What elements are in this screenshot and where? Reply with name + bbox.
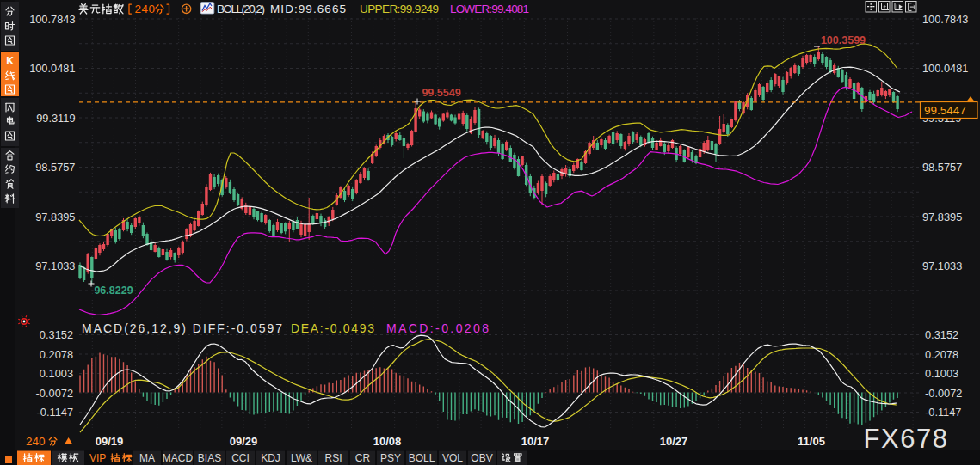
svg-text:11/05: 11/05 <box>798 435 825 448</box>
svg-text:97.8395: 97.8395 <box>35 211 75 223</box>
svg-text:0.2078: 0.2078 <box>40 348 73 361</box>
svg-text:97.1033: 97.1033 <box>922 260 962 272</box>
svg-text:10/27: 10/27 <box>660 435 688 448</box>
svg-text:CCI: CCI <box>231 452 250 464</box>
svg-text:97.8395: 97.8395 <box>922 211 962 223</box>
svg-text:OBV: OBV <box>471 452 492 464</box>
svg-text:99.5549: 99.5549 <box>422 87 460 99</box>
svg-text:-0.0072: -0.0072 <box>925 387 962 400</box>
svg-text:10/08: 10/08 <box>373 435 402 448</box>
svg-text:BOLL(20,2): BOLL(20,2) <box>217 3 265 15</box>
svg-text:10/17: 10/17 <box>521 435 550 448</box>
svg-text:100.7843: 100.7843 <box>922 13 968 26</box>
svg-text:KDJ: KDJ <box>261 452 280 464</box>
svg-text:100.0481: 100.0481 <box>922 62 968 75</box>
svg-text:-0.1147: -0.1147 <box>925 406 961 419</box>
svg-text:K: K <box>6 55 14 67</box>
svg-text:98.5757: 98.5757 <box>35 161 75 174</box>
svg-text:VIP: VIP <box>89 452 106 464</box>
svg-text:96.8229: 96.8229 <box>94 285 133 297</box>
svg-text:09/29: 09/29 <box>230 435 258 448</box>
svg-text:100.3599: 100.3599 <box>821 34 866 46</box>
svg-text:0.2078: 0.2078 <box>925 348 958 361</box>
svg-text:09/19: 09/19 <box>96 435 124 448</box>
svg-text:BIAS: BIAS <box>198 452 221 464</box>
svg-text:0.3152: 0.3152 <box>40 328 73 341</box>
svg-text:0.1003: 0.1003 <box>40 367 73 380</box>
svg-text:0.1003: 0.1003 <box>925 367 958 380</box>
svg-text:240: 240 <box>26 435 46 448</box>
svg-text:BOLL: BOLL <box>409 452 435 464</box>
svg-text:MACD(26,12,9) DIFF:-0.0597: MACD(26,12,9) DIFF:-0.0597 <box>82 321 282 335</box>
svg-text:MA: MA <box>139 452 155 464</box>
svg-text:MACD: MACD <box>163 452 194 464</box>
svg-text:PSY: PSY <box>380 452 401 464</box>
svg-text:DEA:-0.0493: DEA:-0.0493 <box>291 321 374 335</box>
svg-text:99.5447: 99.5447 <box>924 104 966 117</box>
svg-text:RSI: RSI <box>324 452 342 464</box>
svg-text:98.5757: 98.5757 <box>922 161 962 174</box>
svg-text:LW&: LW& <box>291 452 312 464</box>
svg-text:VOL: VOL <box>442 452 463 464</box>
svg-text:99.3119: 99.3119 <box>36 112 75 125</box>
svg-text:UPPER:99.9249: UPPER:99.9249 <box>360 3 439 15</box>
svg-text:LOWER:99.4081: LOWER:99.4081 <box>450 3 529 15</box>
svg-text:-0.0072: -0.0072 <box>36 387 73 400</box>
svg-text:97.1033: 97.1033 <box>35 260 75 272</box>
svg-text:MID:99.6665: MID:99.6665 <box>270 3 346 15</box>
svg-text:100.7843: 100.7843 <box>29 13 75 26</box>
svg-text:240: 240 <box>135 3 156 15</box>
svg-text:CR: CR <box>355 452 371 464</box>
svg-text:FX678: FX678 <box>864 424 949 454</box>
svg-text:-0.1147: -0.1147 <box>37 406 73 419</box>
svg-text:MACD:-0.0208: MACD:-0.0208 <box>386 321 489 335</box>
svg-text:0.3152: 0.3152 <box>925 328 958 341</box>
svg-text:100.0481: 100.0481 <box>29 62 75 75</box>
